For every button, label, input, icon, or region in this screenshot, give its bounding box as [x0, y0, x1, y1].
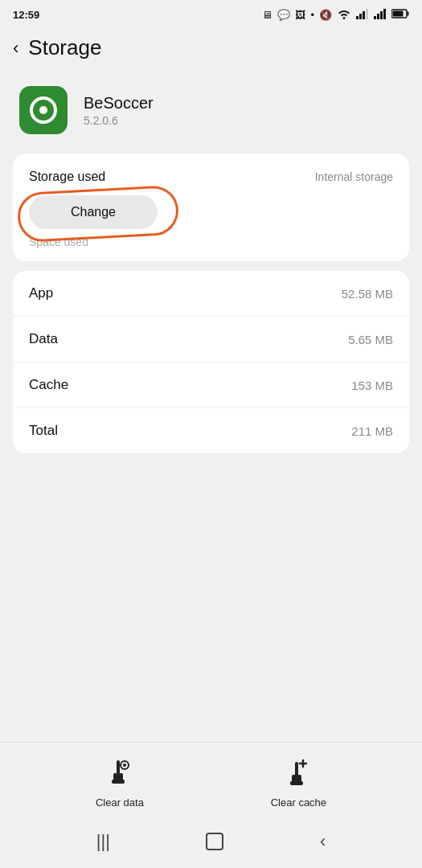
svg-rect-1 — [359, 14, 362, 19]
svg-rect-4 — [374, 16, 376, 19]
total-row: Total 211 MB — [13, 408, 409, 453]
svg-rect-16 — [295, 762, 298, 776]
svg-rect-0 — [356, 16, 358, 19]
storage-header: Storage used Internal storage — [29, 170, 393, 184]
status-icons: 🖥 💬 🖼 • 🔇 — [262, 8, 409, 22]
wifi-icon — [337, 8, 351, 22]
whatsapp-icon: 💬 — [277, 9, 290, 21]
battery-icon — [391, 9, 409, 21]
nav-back-icon[interactable]: ‹ — [320, 831, 326, 852]
svg-point-15 — [123, 764, 126, 767]
total-value: 211 MB — [351, 424, 393, 438]
image-icon: 🖼 — [295, 9, 305, 21]
app-value: 52.58 MB — [342, 287, 393, 301]
space-used-label: Space used — [29, 229, 393, 248]
data-label: Data — [29, 331, 58, 347]
svg-rect-2 — [363, 11, 365, 19]
action-buttons: Clear data Clear cache — [0, 742, 422, 821]
app-label: App — [29, 285, 53, 301]
data-value: 5.65 MB — [348, 333, 393, 346]
dot-icon: • — [310, 9, 314, 21]
storage-used-label: Storage used — [29, 170, 105, 184]
clear-cache-label: Clear cache — [271, 796, 326, 809]
total-label: Total — [29, 423, 58, 439]
app-version: 5.2.0.6 — [84, 114, 154, 127]
monitor-icon: 🖥 — [262, 9, 272, 21]
clear-data-button[interactable]: Clear data — [96, 759, 144, 809]
app-row: App 52.58 MB — [13, 271, 409, 317]
mute-icon: 🔇 — [319, 9, 332, 21]
clear-cache-button[interactable]: Clear cache — [271, 759, 326, 809]
header: ‹ Storage — [0, 29, 422, 73]
cache-row: Cache 153 MB — [13, 362, 409, 408]
cache-value: 153 MB — [351, 379, 393, 392]
svg-rect-9 — [408, 11, 409, 15]
nav-square-icon[interactable] — [206, 833, 223, 850]
page-title: Storage — [28, 35, 101, 60]
data-row: Data 5.65 MB — [13, 317, 409, 362]
clear-cache-icon — [284, 759, 313, 790]
change-button[interactable]: Change — [29, 195, 158, 229]
internal-storage-label: Internal storage — [315, 170, 393, 183]
app-icon-dot — [39, 106, 47, 114]
svg-rect-18 — [290, 781, 303, 785]
storage-card: Storage used Internal storage Change Spa… — [13, 154, 409, 261]
svg-rect-5 — [377, 14, 379, 19]
app-icon-ring — [30, 96, 57, 124]
svg-rect-11 — [117, 760, 120, 775]
svg-rect-13 — [112, 780, 125, 784]
app-details: BeSoccer 5.2.0.6 — [84, 94, 154, 127]
space-card: App 52.58 MB Data 5.65 MB Cache 153 MB T… — [13, 271, 409, 453]
cache-label: Cache — [29, 377, 68, 393]
signal2-icon — [374, 8, 387, 22]
svg-rect-3 — [366, 9, 368, 19]
app-info: BeSoccer 5.2.0.6 — [0, 73, 422, 150]
nav-bar: ||| ‹ — [0, 821, 422, 868]
clear-data-icon — [105, 759, 134, 790]
app-name: BeSoccer — [84, 94, 154, 113]
svg-rect-10 — [393, 10, 404, 16]
status-time: 12:59 — [13, 9, 39, 21]
back-button[interactable]: ‹ — [13, 38, 18, 59]
svg-rect-7 — [383, 9, 386, 19]
status-bar: 12:59 🖥 💬 🖼 • 🔇 — [0, 0, 422, 29]
signal1-icon — [356, 8, 369, 22]
bottom-section: Clear data Clear cache ||| ‹ — [0, 742, 422, 868]
clear-data-label: Clear data — [96, 796, 144, 809]
nav-home-icon[interactable]: ||| — [96, 831, 110, 852]
app-icon — [19, 86, 68, 134]
svg-rect-6 — [380, 11, 383, 19]
